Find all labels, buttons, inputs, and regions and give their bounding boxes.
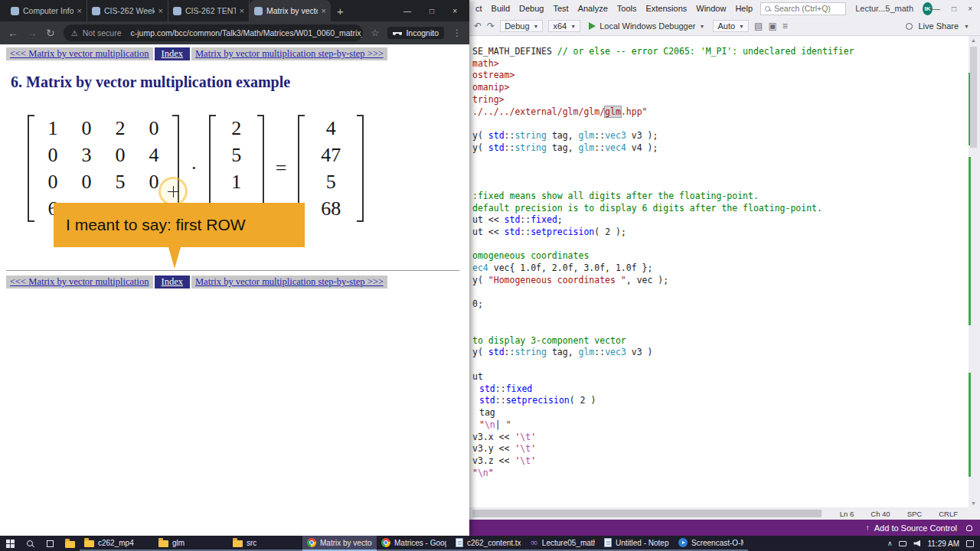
editor-horizontal-scrollbar[interactable]: Ln 6 Ch 40 SPC CRLF — [469, 507, 969, 520]
menu-item-test[interactable]: Test — [548, 4, 573, 13]
url-field[interactable]: ⚠ Not secure c-jump.com/bcc/common/Talk3… — [64, 24, 363, 41]
page-favicon-icon — [254, 7, 263, 15]
taskbar-button[interactable]: c262_content.txt - ... — [451, 536, 525, 551]
live-share-caret-icon[interactable]: ▼ — [964, 24, 969, 29]
code-editor[interactable]: SE_MATH_DEFINES // or else -- error C206… — [469, 36, 969, 507]
code-token: std — [488, 142, 505, 153]
page-favicon-icon — [92, 7, 100, 15]
page-url[interactable]: c-jump.com/bcc/common/Talk3/Math/Matrice… — [130, 28, 362, 37]
menu-item-help[interactable]: Help — [730, 4, 757, 13]
file-explorer-button[interactable] — [60, 536, 80, 551]
taskbar-button[interactable]: ∞Lecture05_math - ... — [525, 536, 599, 551]
cursor-highlight — [158, 177, 188, 206]
tray-volume-icon[interactable] — [913, 540, 920, 547]
browser-menu-icon[interactable]: ⋮ — [452, 28, 462, 38]
browser-tab[interactable]: Computer Informati...× — [6, 0, 87, 21]
browser-minimize-button[interactable]: — — [403, 7, 411, 15]
menu-item-analyze[interactable]: Analyze — [573, 4, 612, 13]
vscroll-thumb[interactable] — [970, 47, 977, 148]
menu-item-window[interactable]: Window — [691, 4, 730, 13]
taskbar-button[interactable]: c262_mp4 — [80, 536, 154, 551]
reload-icon[interactable]: ↻ — [46, 27, 55, 39]
code-line: v3.x << '\t' — [472, 432, 969, 444]
up-arrow-icon: ↑ — [866, 523, 870, 532]
code-token: setprecision — [531, 227, 594, 237]
tab-close-icon[interactable]: × — [240, 6, 244, 15]
toolbar-misc-icon[interactable]: ▤ — [754, 21, 763, 31]
toolbar-misc-icon[interactable]: ≡ — [782, 21, 788, 31]
code-token: | — [495, 419, 501, 430]
scroll-up-icon[interactable]: ▲ — [969, 37, 978, 43]
browser-tab[interactable]: Matrix by vector m...× — [250, 0, 331, 21]
menu-item-ct[interactable]: ct — [471, 4, 487, 13]
live-share-button[interactable]: Live Share — [918, 21, 959, 31]
solution-config-dropdown[interactable]: Debug▼ — [500, 20, 543, 32]
browser-tab[interactable]: CIS-262 TENTATIVE...× — [168, 0, 250, 21]
browser-maximize-button[interactable]: □ — [430, 7, 434, 15]
account-avatar[interactable]: IK — [923, 2, 933, 15]
code-token: " — [479, 419, 485, 430]
code-token: ut << — [472, 227, 505, 237]
nav-prev-link[interactable]: <<< Matrix by vector multiplication — [10, 48, 149, 59]
vs-minimize-button[interactable]: — — [933, 5, 940, 13]
platform-dropdown[interactable]: x64▼ — [548, 20, 580, 32]
task-view-button[interactable] — [40, 536, 60, 551]
start-debugging-button[interactable]: Local Windows Debugger▼ — [586, 21, 707, 31]
menu-item-debug[interactable]: Debug — [514, 4, 548, 13]
tab-close-icon[interactable]: × — [158, 6, 163, 15]
browser-tab[interactable]: CIS-262 Weekly As...× — [87, 0, 168, 21]
action-center-icon[interactable] — [966, 540, 974, 547]
result-grid: 447568 — [305, 115, 357, 222]
bookmark-star-icon[interactable]: ☆ — [371, 28, 380, 38]
editor-vertical-scrollbar[interactable]: ▲ ▼ — [969, 36, 978, 507]
code-token: vec{ 1.0f, 2.0f, 3.0f, 1.0f }; — [488, 262, 653, 273]
status-spaces[interactable]: SPC — [907, 510, 923, 518]
add-to-source-control-button[interactable]: ↑ Add to Source Control — [866, 523, 966, 533]
tray-display-icon[interactable] — [899, 541, 906, 546]
hscroll-thumb[interactable] — [472, 510, 822, 517]
nav-index-link[interactable]: Index — [162, 48, 183, 59]
tab-close-icon[interactable]: × — [77, 6, 82, 15]
new-tab-button[interactable]: + — [337, 5, 344, 18]
taskbar-search-button[interactable] — [20, 536, 40, 551]
taskbar-button[interactable]: Matrix by vector m... — [302, 536, 377, 551]
matrix-cell: 3 — [82, 144, 92, 167]
code-line: 0; — [472, 298, 969, 311]
toolbar-misc-icon[interactable]: ▣ — [768, 21, 776, 31]
nav-next-link[interactable]: Matrix by vector multiplication step-by-… — [195, 48, 384, 59]
vs-maximize-button[interactable]: □ — [952, 5, 956, 13]
browser-address-bar: ← → ↻ ⚠ Not secure c-jump.com/bcc/common… — [0, 21, 469, 44]
vs-close-button[interactable]: × — [968, 5, 972, 13]
code-token: y( — [472, 142, 488, 153]
navigate-forward-icon[interactable]: ↷ — [487, 21, 495, 31]
taskbar-button[interactable]: Screencast-O-Mati... — [674, 536, 748, 551]
taskbar-button[interactable]: Matrices - Google ... — [377, 536, 451, 551]
taskbar-button[interactable]: Untitled - Notepad — [599, 536, 674, 551]
scroll-down-icon[interactable]: ▼ — [969, 500, 978, 506]
security-label[interactable]: Not secure — [83, 28, 122, 37]
nav-prev-link[interactable]: <<< Matrix by vector multiplication — [10, 276, 149, 287]
taskbar-clock[interactable]: 11:29 AM — [927, 540, 959, 548]
notifications-bell-icon[interactable] — [966, 525, 972, 531]
menu-item-build[interactable]: Build — [487, 4, 514, 13]
status-eol[interactable]: CRLF — [939, 510, 958, 518]
browser-close-button[interactable]: × — [452, 7, 457, 15]
visual-studio-window: ctBuildDebugTestAnalyzeToolsExtensionsWi… — [469, 0, 980, 536]
code-token: setprecision — [506, 395, 570, 406]
nav-next-link[interactable]: Matrix by vector multiplication step-by-… — [195, 276, 384, 287]
taskbar-button[interactable]: glm — [154, 536, 228, 551]
tab-close-icon[interactable]: × — [322, 6, 326, 15]
nav-index-link[interactable]: Index — [162, 276, 183, 287]
debug-target-dropdown[interactable]: Auto▼ — [713, 20, 749, 32]
menu-item-tools[interactable]: Tools — [612, 4, 642, 13]
page-nav-top: <<< Matrix by vector multiplication Inde… — [6, 47, 387, 60]
navigate-back-icon[interactable]: ↶ — [474, 21, 482, 31]
start-button[interactable] — [0, 536, 20, 551]
vs-search-box[interactable]: Search (Ctrl+Q) — [760, 2, 846, 15]
taskbar-button[interactable]: src — [228, 536, 302, 551]
back-icon[interactable]: ← — [8, 27, 18, 39]
tray-chevron-icon[interactable]: ∧ — [887, 540, 893, 547]
forward-icon[interactable]: → — [27, 27, 38, 39]
equals-operator: = — [276, 157, 287, 180]
menu-item-extensions[interactable]: Extensions — [641, 4, 691, 13]
